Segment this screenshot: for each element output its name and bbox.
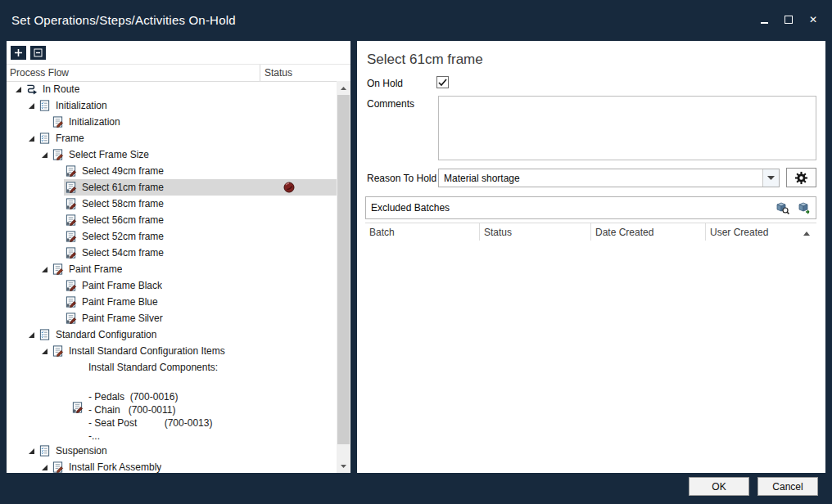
assign-batch-icon bbox=[798, 201, 812, 214]
tree-item-label: Paint Frame bbox=[69, 263, 122, 275]
reason-to-hold-select[interactable]: Material shortage bbox=[438, 169, 780, 187]
step-icon bbox=[51, 263, 64, 276]
tree-item[interactable]: Select 52cm frame bbox=[7, 228, 337, 245]
tree-indent bbox=[7, 459, 38, 473]
activity-icon bbox=[70, 401, 84, 414]
table-column-status[interactable]: Status bbox=[480, 223, 591, 241]
activity-icon bbox=[64, 295, 77, 308]
tree-indent bbox=[7, 228, 64, 245]
tree-item[interactable]: Select Frame Size bbox=[7, 146, 337, 163]
tree-item[interactable]: Select 56cm frame bbox=[7, 212, 337, 228]
tree-item-components[interactable]: - Pedals (700-0016)- Chain (700-0011)- S… bbox=[7, 389, 337, 443]
excluded-batches-label: Excluded Batches bbox=[366, 202, 771, 214]
excluded-batches-bar: Excluded Batches bbox=[365, 196, 816, 219]
tree-item[interactable]: Standard Configuration bbox=[7, 326, 337, 343]
comments-input[interactable] bbox=[438, 96, 816, 160]
tree-item-status-cell bbox=[260, 146, 337, 163]
combo-dropdown-button[interactable] bbox=[762, 169, 779, 187]
tree-indent bbox=[7, 212, 64, 228]
reason-settings-button[interactable] bbox=[786, 168, 816, 187]
collapse-all-button[interactable] bbox=[30, 46, 46, 60]
expanded-caret-icon[interactable] bbox=[25, 331, 38, 339]
tree-item-label: Select 58cm frame bbox=[82, 198, 164, 209]
scrollbar-thumb[interactable] bbox=[337, 95, 350, 444]
tree-item[interactable]: Paint Frame Silver bbox=[7, 310, 337, 326]
tree-item[interactable]: Suspension bbox=[7, 443, 337, 459]
maximize-button[interactable] bbox=[783, 14, 794, 25]
tree-item[interactable]: Install Standard Configuration Items bbox=[7, 343, 337, 359]
tree-item-label: Select 61cm frame bbox=[82, 182, 164, 193]
find-batch-button[interactable] bbox=[771, 198, 794, 218]
tree-item[interactable]: Paint Frame Black bbox=[7, 277, 337, 294]
operation-icon bbox=[38, 328, 51, 341]
tree-item[interactable]: Select 61cm frame bbox=[7, 179, 337, 196]
column-header-status[interactable]: Status bbox=[260, 67, 350, 79]
table-column-date-created[interactable]: Date Created bbox=[591, 223, 706, 241]
tree-indent bbox=[7, 310, 64, 326]
expanded-caret-icon[interactable] bbox=[38, 151, 51, 159]
table-column-label: Date Created bbox=[595, 227, 653, 238]
table-column-user-created[interactable]: User Created bbox=[706, 223, 816, 241]
column-header-process-flow[interactable]: Process Flow bbox=[7, 65, 260, 81]
tree-item[interactable]: Select 54cm frame bbox=[7, 245, 337, 261]
tree-item-label: Select 49cm frame bbox=[82, 165, 164, 177]
tree-item-label: Install Fork Assembly bbox=[69, 461, 161, 473]
tree-item[interactable]: Select 49cm frame bbox=[7, 163, 337, 179]
scroll-up-icon[interactable] bbox=[337, 81, 350, 95]
tree-item-label: Initialization bbox=[69, 116, 120, 128]
tree-item[interactable]: In Route bbox=[7, 81, 337, 97]
assign-batch-button[interactable] bbox=[794, 198, 816, 218]
route-icon bbox=[25, 83, 38, 96]
tree-toolbar bbox=[7, 41, 350, 64]
expanded-caret-icon[interactable] bbox=[11, 86, 25, 93]
tree-indent bbox=[7, 326, 25, 343]
tree-item[interactable]: Paint Frame Blue bbox=[7, 294, 337, 310]
activity-icon bbox=[64, 230, 77, 243]
table-column-batch[interactable]: Batch bbox=[365, 223, 480, 241]
close-icon: ✕ bbox=[809, 15, 817, 25]
tree-item[interactable]: Select 58cm frame bbox=[7, 196, 337, 212]
tree-item[interactable]: Install Standard Components: bbox=[7, 359, 337, 376]
tree-item-label: Install Standard Configuration Items bbox=[69, 345, 225, 357]
tree-indent bbox=[7, 277, 64, 294]
tree-item-status-cell bbox=[260, 359, 337, 376]
expanded-caret-icon[interactable] bbox=[38, 464, 51, 471]
expanded-caret-icon[interactable] bbox=[25, 448, 38, 455]
step-icon bbox=[51, 148, 64, 161]
reason-to-hold-label: Reason To Hold bbox=[367, 173, 436, 184]
tree-item-status-cell bbox=[260, 97, 337, 114]
expanded-caret-icon[interactable] bbox=[38, 266, 51, 273]
tree-indent bbox=[7, 359, 88, 376]
activity-icon bbox=[64, 246, 77, 259]
close-button[interactable]: ✕ bbox=[807, 14, 819, 25]
ok-button[interactable]: OK bbox=[689, 477, 749, 496]
tree-item[interactable]: Install Fork Assembly bbox=[7, 459, 337, 473]
tree-indent bbox=[7, 245, 64, 261]
on-hold-checkbox[interactable] bbox=[436, 76, 449, 88]
tree-item[interactable]: Frame bbox=[7, 130, 337, 146]
minimize-button[interactable] bbox=[758, 14, 770, 25]
table-column-label: Status bbox=[484, 227, 512, 238]
activity-icon bbox=[64, 197, 77, 210]
tree-item[interactable]: Paint Frame bbox=[7, 261, 337, 277]
expanded-caret-icon[interactable] bbox=[25, 102, 38, 110]
activity-icon bbox=[64, 214, 77, 227]
tree-item[interactable]: Initialization bbox=[7, 97, 337, 114]
tree-item-label: Frame bbox=[56, 133, 84, 144]
expanded-caret-icon[interactable] bbox=[25, 135, 38, 142]
table-column-label: Batch bbox=[369, 227, 395, 238]
tree-item-status-cell bbox=[260, 179, 337, 196]
tree-indent bbox=[7, 376, 64, 389]
expanded-caret-icon[interactable] bbox=[38, 348, 51, 355]
expand-all-button[interactable] bbox=[11, 46, 26, 60]
tree-item-status-cell bbox=[260, 196, 337, 212]
tree-item-status-cell bbox=[260, 81, 337, 97]
sort-ascending-icon bbox=[803, 227, 810, 238]
reason-to-hold-value: Material shortage bbox=[439, 173, 762, 184]
scroll-down-icon[interactable] bbox=[337, 459, 350, 473]
tree-scrollbar[interactable] bbox=[337, 81, 350, 473]
cancel-button[interactable]: Cancel bbox=[757, 477, 818, 496]
details-panel: Select 61cm frame On Hold Comments Reaso… bbox=[357, 41, 825, 473]
tree-item[interactable]: Initialization bbox=[7, 114, 337, 130]
tree-indent bbox=[7, 261, 38, 277]
